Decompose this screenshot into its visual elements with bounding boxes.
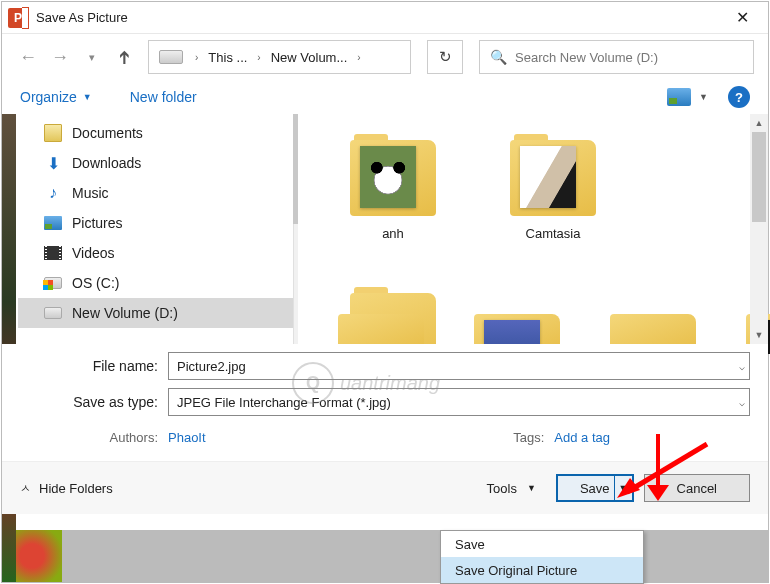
up-button[interactable]: ➔ [112,45,136,69]
savetype-label: Save as type: [20,394,168,410]
chevron-down-icon: ▼ [83,92,92,102]
search-input[interactable]: 🔍 Search New Volume (D:) [479,40,754,74]
scroll-down-button[interactable]: ▼ [750,326,768,344]
chevron-right-icon[interactable]: › [189,52,204,63]
chevron-up-icon: ㅅ [20,481,31,496]
view-options-button[interactable]: ▼ [667,88,708,106]
title-bar: P Save As Picture ✕ [2,2,768,34]
toolbar: Organize ▼ New folder ▼ ? [2,80,768,114]
music-icon: ♪ [44,184,62,202]
files-scrollbar[interactable]: ▲ ▼ [750,114,768,344]
background-bottom [2,530,768,582]
cancel-button[interactable]: Cancel [644,474,750,502]
save-split-button[interactable]: ▼ [614,476,632,500]
folder-anh[interactable]: anh [338,140,448,243]
tree-item-documents[interactable]: Documents [18,118,298,148]
chevron-right-icon[interactable]: › [351,52,366,63]
folder-tree: Documents ⬇Downloads ♪Music Pictures Vid… [18,114,298,344]
dropdown-save-original[interactable]: Save Original Picture [441,557,643,583]
file-pane[interactable]: anh Camtasia documents-export-2015-05-19… [298,114,768,344]
folder-thumbnail [360,146,416,208]
hide-folders-button[interactable]: ㅅ Hide Folders [20,481,113,496]
scroll-up-button[interactable]: ▲ [750,114,768,132]
tags-label: Tags: [513,430,544,445]
folder-thumbnail [520,146,576,208]
tree-item-new-volume-d[interactable]: New Volume (D:) [18,298,298,328]
chevron-down-icon[interactable]: ⌵ [739,361,745,372]
tree-item-videos[interactable]: Videos [18,238,298,268]
chevron-down-icon[interactable]: ⌵ [739,397,745,408]
tree-item-downloads[interactable]: ⬇Downloads [18,148,298,178]
save-button[interactable]: Save ▼ [556,474,634,502]
folder-camtasia[interactable]: Camtasia [498,140,608,243]
close-button[interactable]: ✕ [722,4,762,32]
history-dropdown[interactable]: ▾ [80,45,104,69]
drive-icon [159,50,183,64]
tree-item-os-c[interactable]: OS (C:) [18,268,298,298]
nav-row: ← → ▾ ➔ › This ... › New Volum... › ↻ 🔍 … [2,34,768,80]
new-folder-button[interactable]: New folder [130,89,197,105]
chevron-down-icon: ▼ [699,92,708,102]
filename-label: File name: [20,358,168,374]
window-title: Save As Picture [36,10,128,25]
powerpoint-icon: P [8,8,28,28]
picture-icon [44,214,62,232]
breadcrumb-seg-2[interactable]: New Volum... [267,50,352,65]
authors-label: Authors: [20,430,168,445]
watermark: Quantrimang [292,358,492,408]
folder-icon [44,124,62,142]
drive-icon [44,274,62,292]
tree-item-music[interactable]: ♪Music [18,178,298,208]
search-placeholder: Search New Volume (D:) [515,50,658,65]
save-dropdown: Save Save Original Picture [440,530,644,584]
video-icon [44,244,62,262]
breadcrumb[interactable]: › This ... › New Volum... › [148,40,411,74]
forward-button[interactable]: → [48,45,72,69]
search-icon: 🔍 [490,49,507,65]
help-button[interactable]: ? [728,86,750,108]
download-icon: ⬇ [44,154,62,172]
bottom-bar: ㅅ Hide Folders Tools ▼ Save ▼ Cancel [2,461,768,514]
tags-value[interactable]: Add a tag [554,430,610,445]
picture-icon [667,88,691,106]
back-button[interactable]: ← [16,45,40,69]
refresh-button[interactable]: ↻ [427,40,463,74]
drive-icon [44,304,62,322]
organize-menu[interactable]: Organize ▼ [20,89,92,105]
dropdown-save[interactable]: Save [441,531,643,557]
chevron-right-icon[interactable]: › [251,52,266,63]
breadcrumb-seg-1[interactable]: This ... [204,50,251,65]
authors-value[interactable]: PhaoIt [168,430,206,445]
chevron-down-icon: ▼ [527,483,536,493]
tools-menu[interactable]: Tools ▼ [487,481,536,496]
tree-item-pictures[interactable]: Pictures [18,208,298,238]
